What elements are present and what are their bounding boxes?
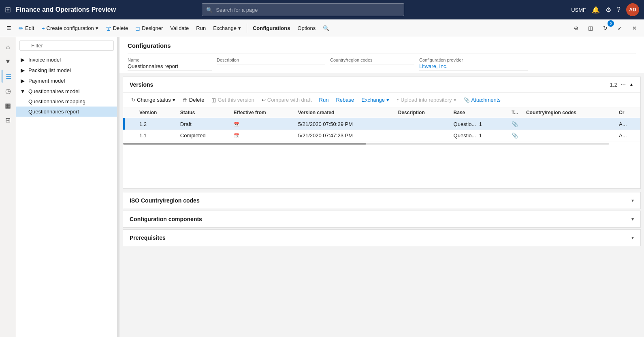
tree-item-invoice-model[interactable]: ▶ Invoice model [16,54,117,65]
user-label: USMF [571,7,586,13]
iso-section-header[interactable]: ISO Country/region codes ▾ [123,192,640,209]
versions-delete-button[interactable]: 🗑 Delete [179,95,208,105]
hamburger-button[interactable]: ☰ [3,23,15,34]
table-row[interactable]: 1.2Draft📅5/21/2020 07:50:29 PMQuestio...… [123,118,640,130]
help-icon[interactable]: ? [617,6,621,13]
prerequisites-header[interactable]: Prerequisites ▾ [123,230,640,246]
pin-icon-button[interactable]: ⊕ [569,22,582,35]
iso-chevron-icon: ▾ [631,198,634,203]
config-components-title: Configuration components [130,216,202,222]
country-field: Country/region codes [330,55,419,73]
get-this-version-button[interactable]: ◫ Get this version [208,95,257,105]
rebase-button[interactable]: Rebase [333,95,357,105]
col-effective-from[interactable]: Effective from [230,107,294,118]
avatar[interactable]: AD [626,3,639,16]
exchange-button[interactable]: Exchange ▾ [210,23,244,34]
version-created-cell: 5/21/2020 07:50:29 PM [294,118,394,130]
search-input[interactable] [216,7,400,13]
col-version-created[interactable]: Version created [294,107,394,118]
description-label: Description [217,58,325,62]
compare-with-draft-button[interactable]: ↩ Compare with draft [258,95,315,105]
detach-icon-button[interactable]: ⤢ [613,22,626,35]
description-cell [394,118,450,130]
col-r [123,107,135,118]
table-row[interactable]: 1.1Completed📅5/21/2020 07:47:23 PMQuesti… [123,130,640,141]
prerequisites-title: Prerequisites [130,235,166,241]
tree-item-questionnaires-mapping[interactable]: Questionnaires mapping [16,96,117,107]
tree-item-payment-model[interactable]: ▶ Payment model [16,75,117,86]
calendar-icon-button[interactable]: ▦ [2,99,15,112]
provider-value[interactable]: Litware, Inc. [419,62,528,70]
versions-table: Version Status Effective from Version cr… [123,107,640,141]
current-version-badge: 1.2 [610,82,617,88]
col-country[interactable]: Country/region codes [522,107,615,118]
grid-icon[interactable]: ⊞ [5,5,11,14]
t-cell: 📎 [508,118,522,130]
tree-item-questionnaires-model[interactable]: ▼ Questionnaires model [16,86,117,96]
panel-icon-button[interactable]: ◫ [584,22,597,35]
versions-delete-icon: 🗑 [183,97,188,103]
attachments-button[interactable]: 📎 Attachments [461,95,504,105]
clock-icon-button[interactable]: ◷ [2,84,15,97]
versions-section-header[interactable]: Versions 1.2 ··· ▲ [123,77,640,93]
col-t[interactable]: T... [508,107,522,118]
expand-icon: ▶ [19,56,26,63]
version-cell: 1.2 [135,118,176,130]
designer-button[interactable]: ◻ Designer [132,23,166,34]
prerequisites-section: Prerequisites ▾ [123,229,641,246]
versions-section: Versions 1.2 ··· ▲ ↻ Change status ▾ 🗑 D… [123,77,641,189]
configurations-button[interactable]: Configurations [249,23,293,34]
col-description[interactable]: Description [394,107,450,118]
tree-item-packing-list-model[interactable]: ▶ Packing list model [16,65,117,75]
col-cr[interactable]: Cr [615,107,640,118]
settings-icon[interactable]: ⚙ [606,6,611,14]
config-components-header[interactable]: Configuration components ▾ [123,211,640,227]
base-cell: Questio... 1 [450,118,508,130]
list-icon-button[interactable]: ☰ [2,70,15,83]
col-status[interactable]: Status [176,107,230,118]
get-version-icon: ◫ [211,97,216,103]
close-icon-button[interactable]: ✕ [628,22,641,35]
sidebar-icons: ⌂ ▼ ☰ ◷ ▦ ⊞ [0,37,16,337]
home-icon-button[interactable]: ⌂ [2,41,15,53]
validate-button[interactable]: Validate [167,23,192,34]
top-bar: ⊞ Finance and Operations Preview 🔍 USMF … [0,0,644,19]
hamburger-icon: ☰ [6,25,11,31]
versions-toolbar: ↻ Change status ▾ 🗑 Delete ◫ Get this ve… [123,93,640,107]
iso-section-title: ISO Country/region codes [130,197,200,204]
options-button[interactable]: Options [294,23,319,34]
collapse-icon[interactable]: ▲ [629,82,634,87]
col-base[interactable]: Base [450,107,508,118]
notification-icon[interactable]: 🔔 [592,6,600,14]
status-cell: Completed [176,130,230,141]
tree-filter-input[interactable] [19,41,114,51]
tree-item-label: Questionnaires mapping [28,98,85,105]
country-label: Country/region codes [330,58,414,62]
horizontal-scrollbar[interactable] [123,141,640,146]
create-config-button[interactable]: + Create configuration ▾ [38,23,101,34]
col-version[interactable]: Version [135,107,176,118]
run-button[interactable]: Run [193,23,209,34]
delete-button[interactable]: 🗑 Delete [102,23,132,34]
upload-into-repository-button[interactable]: ↑ Upload into repository ▾ [393,95,459,105]
description-field: Description [217,55,330,73]
edit-icon: ✏ [19,25,23,32]
versions-exchange-button[interactable]: Exchange ▾ [358,95,392,105]
edit-button[interactable]: ✏ Edit [15,23,37,34]
versions-run-button[interactable]: Run [316,95,332,105]
tree-item-questionnaires-report[interactable]: Questionnaires report [16,107,117,117]
exchange-dropdown-icon: ▾ [238,25,241,31]
description-value [217,62,325,64]
change-status-button[interactable]: ↻ Change status ▾ [128,95,179,105]
tree-filter-area: 🔍 [16,37,117,54]
refresh-icon-button[interactable]: ↻ 0 [599,22,612,35]
versions-header-right: 1.2 ··· ▲ [610,81,634,88]
filter-icon-button[interactable]: ▼ [2,55,15,68]
search-box[interactable]: 🔍 [202,3,404,16]
search-toolbar-button[interactable]: 🔍 [320,23,333,34]
expand-icon: ▼ [19,88,26,94]
tree-item-label: Packing list model [28,67,71,73]
versions-more-icon[interactable]: ··· [621,81,626,88]
table-icon-button[interactable]: ⊞ [2,113,15,126]
main-layout: ⌂ ▼ ☰ ◷ ▦ ⊞ 🔍 ▶ Invoice model ▶ Packing … [0,37,644,337]
